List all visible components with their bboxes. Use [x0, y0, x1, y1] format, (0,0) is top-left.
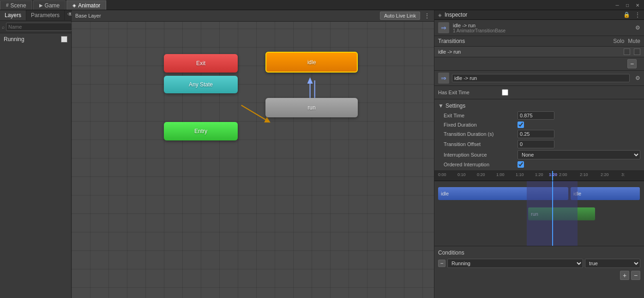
- condition-param-select[interactable]: Running: [447, 259, 583, 268]
- minimize-icon[interactable]: ─: [613, 0, 622, 10]
- condition-value-select[interactable]: true false: [585, 259, 640, 268]
- solo-mute: Solo Mute: [613, 38, 640, 44]
- exit-time-label: Exit Time: [444, 113, 518, 118]
- has-exit-time-row: Has Exit Time: [438, 88, 640, 97]
- game-icon: ▶: [39, 3, 43, 8]
- mute-label: Mute: [628, 38, 640, 44]
- transition-item-name: idle -> run: [438, 49, 620, 55]
- search-bar: ⌕ +: [0, 21, 71, 33]
- transition-duration-label: Transition Duration (s): [444, 131, 518, 137]
- ruler-tick-8: 2:10: [580, 172, 588, 177]
- search-input[interactable]: [6, 23, 74, 31]
- running-row: Running: [0, 33, 71, 45]
- transition-offset-label: Transition Offset: [444, 141, 518, 147]
- transition-solo-checkbox[interactable]: [624, 49, 630, 55]
- ordered-interruption-row: Ordered Interruption: [438, 160, 640, 169]
- tab-game[interactable]: ▶ Game: [33, 0, 66, 10]
- timeline-ruler[interactable]: 0:00 0:10 0:20 1:00 1:10 1:20 1:20 2:00 …: [434, 171, 644, 181]
- settings-section: ▼ Settings Exit Time Fixed Duration Tran…: [434, 99, 644, 170]
- transition-subtitle: 1 AnimatorTransitionBase: [453, 28, 506, 33]
- timeline-tracks: idle idle run: [434, 181, 644, 246]
- tab-layers[interactable]: Layers: [0, 10, 26, 20]
- exit-time-input[interactable]: [518, 111, 554, 120]
- animator-icon: ◈: [72, 3, 76, 8]
- transition-detail: ⇒ idle -> run ⚙: [434, 71, 644, 86]
- has-exit-time-checkbox[interactable]: [502, 89, 508, 96]
- inspector-menu-icon[interactable]: ⋮: [635, 12, 640, 18]
- add-condition-button[interactable]: +: [620, 271, 629, 280]
- fixed-duration-row: Fixed Duration: [438, 121, 640, 129]
- inspector-panel: ◈ Inspector 🔒 ⋮ ⇒ idle -> run 1 Animator…: [434, 10, 644, 298]
- ruler-tick-9: 2:20: [601, 172, 609, 177]
- ruler-tick-1: 0:10: [457, 172, 466, 177]
- fixed-duration-checkbox[interactable]: [518, 122, 524, 128]
- scene-icon: #: [6, 3, 9, 8]
- has-exit-time-section: Has Exit Time: [434, 86, 644, 99]
- close-tab-icon[interactable]: ✕: [633, 0, 642, 10]
- settings-header[interactable]: ▼ Settings: [438, 101, 640, 110]
- ruler-tick-5: 1:20: [535, 172, 543, 177]
- subtitle-gear-icon[interactable]: ⚙: [635, 24, 640, 31]
- auto-live-link-button[interactable]: Auto Live Link: [380, 12, 420, 20]
- ruler-tick-2: 0:20: [477, 172, 485, 177]
- canvas-menu-icon[interactable]: ⋮: [424, 12, 430, 19]
- maximize-icon[interactable]: □: [623, 0, 632, 10]
- clip-idle2: idle: [571, 187, 640, 200]
- tab-animator[interactable]: ◈ Animator: [66, 0, 106, 10]
- transition-item[interactable]: idle -> run: [434, 47, 644, 57]
- state-run[interactable]: run: [265, 98, 358, 117]
- ruler-tick-4: 1:10: [516, 172, 524, 177]
- settings-collapse-icon: ▼: [438, 103, 444, 109]
- solo-label: Solo: [613, 38, 624, 44]
- fixed-duration-label: Fixed Duration: [444, 122, 518, 128]
- inspector-header: ◈ Inspector 🔒 ⋮: [434, 10, 644, 20]
- remove-transition-row: −: [434, 57, 644, 71]
- timeline-playhead-top: [552, 171, 553, 181]
- interruption-source-row: Interruption Source None Current State N…: [438, 149, 640, 160]
- ruler-tick-7: 2:00: [559, 172, 567, 177]
- detail-name-display: idle -> run: [452, 74, 630, 82]
- interruption-source-select[interactable]: None Current State Next State Current St…: [518, 150, 640, 159]
- state-exit[interactable]: Exit: [164, 54, 238, 73]
- conditions-header: Conditions: [438, 248, 640, 257]
- search-magnifier-icon: ⌕: [2, 24, 5, 30]
- ordered-interruption-label: Ordered Interruption: [444, 162, 518, 167]
- transition-offset-input[interactable]: [518, 140, 554, 148]
- ruler-tick-0: 0:00: [438, 172, 446, 177]
- condition-row: − Running true false: [438, 257, 640, 269]
- animator-canvas[interactable]: Base Layer Auto Live Link ⋮: [72, 10, 434, 298]
- remove-condition-minus-button[interactable]: −: [631, 271, 640, 280]
- svg-line-5: [241, 105, 268, 121]
- transitions-header: Transitions Solo Mute: [434, 36, 644, 47]
- has-exit-time-label: Has Exit Time: [438, 90, 498, 95]
- ordered-interruption-checkbox[interactable]: [518, 161, 524, 168]
- running-checkbox[interactable]: [61, 36, 67, 43]
- ruler-tick-6: 1:20: [549, 172, 557, 177]
- settings-label: Settings: [445, 103, 465, 109]
- transition-duration-input[interactable]: [518, 130, 554, 138]
- top-tabs: # Scene ▶ Game ◈ Animator ─ □ ✕: [0, 0, 644, 10]
- state-idle[interactable]: idle: [265, 52, 358, 73]
- inspector-icon-sm: ◈: [438, 12, 442, 18]
- timeline: 0:00 0:10 0:20 1:00 1:10 1:20 1:20 2:00 …: [434, 170, 644, 246]
- transition-icon: ⇒: [438, 22, 449, 33]
- transitions-label: Transitions: [438, 38, 613, 44]
- canvas-grid: Exit idle Any State run Entry: [72, 10, 434, 298]
- tab-scene[interactable]: # Scene: [0, 0, 32, 10]
- detail-gear-icon[interactable]: ⚙: [635, 75, 640, 81]
- left-panel: Layers Parameters 👁 ⌕ + Running: [0, 10, 72, 298]
- canvas-toolbar: Base Layer Auto Live Link ⋮: [72, 10, 434, 22]
- transition-arrows: [72, 10, 434, 298]
- transition-mute-checkbox[interactable]: [634, 49, 640, 55]
- interruption-source-label: Interruption Source: [444, 152, 518, 158]
- tab-parameters[interactable]: Parameters: [26, 10, 65, 20]
- state-any[interactable]: Any State: [164, 76, 238, 93]
- timeline-playhead: [552, 181, 553, 246]
- inspector-subtitle: ⇒ idle -> run 1 AnimatorTransitionBase ⚙: [434, 20, 644, 36]
- state-entry[interactable]: Entry: [164, 122, 238, 140]
- remove-transition-button[interactable]: −: [627, 59, 637, 68]
- conditions-buttons: + −: [438, 269, 640, 281]
- remove-condition-button[interactable]: −: [438, 260, 445, 267]
- transition-header-title: idle -> run: [453, 23, 506, 28]
- lock-icon[interactable]: 🔒: [623, 12, 630, 18]
